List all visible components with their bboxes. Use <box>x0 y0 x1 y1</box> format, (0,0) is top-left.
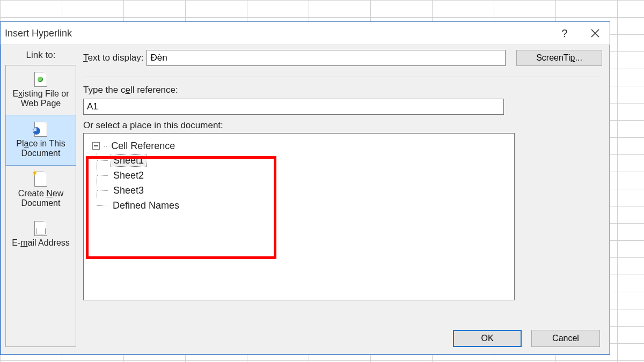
close-button[interactable] <box>590 28 603 38</box>
linkto-place-in-document[interactable]: Place in This Document <box>5 115 76 166</box>
tree-leaf-label: Sheet2 <box>111 170 146 181</box>
tree-connector: ·· <box>104 142 107 150</box>
cell-reference-label: Type the cell reference: <box>83 85 602 95</box>
tree-node-cell-reference[interactable]: ·· Cell Reference <box>92 139 506 153</box>
help-button[interactable]: ? <box>558 27 571 40</box>
dialog-title: Insert Hyperlink <box>5 28 72 39</box>
text-to-display-label: Text to display: <box>83 53 143 63</box>
linkto-item-label: E-mail Address <box>12 238 70 247</box>
tree-leaf-label: Sheet1 <box>111 155 146 166</box>
create-new-icon <box>34 172 47 187</box>
divider <box>83 77 602 77</box>
linkto-existing-file[interactable]: Existing File or Web Page <box>6 65 76 115</box>
dialog-titlebar: Insert Hyperlink ? <box>1 22 610 45</box>
place-in-doc-icon <box>34 122 47 137</box>
linkto-item-label: Create New Document <box>18 189 63 208</box>
tree-node-label: Cell Reference <box>111 141 175 152</box>
tree-leaf-label: Sheet3 <box>111 185 146 196</box>
existing-file-icon <box>34 72 47 87</box>
link-to-panel: Existing File or Web Page Place in This … <box>5 65 76 347</box>
insert-hyperlink-dialog: Insert Hyperlink ? Link to: Existing Fil… <box>0 21 610 355</box>
ok-button[interactable]: OK <box>453 330 522 347</box>
dialog-main: Text to display: ScreenTip... Type the c… <box>83 50 602 347</box>
cell-reference-input[interactable] <box>83 99 504 115</box>
text-to-display-input[interactable] <box>147 50 506 66</box>
tree-leaf-sheet2[interactable]: Sheet2 <box>97 168 506 183</box>
email-icon <box>34 221 47 236</box>
document-tree[interactable]: ·· Cell Reference Sheet1 Sheet2 <box>83 133 515 300</box>
tree-collapse-icon[interactable] <box>92 142 100 150</box>
select-place-label: Or select a place in this document: <box>83 120 602 131</box>
cancel-button[interactable]: Cancel <box>531 330 600 347</box>
linkto-item-label: Existing File or Web Page <box>13 89 69 108</box>
linkto-email[interactable]: E-mail Address <box>6 215 76 254</box>
tree-node-defined-names[interactable]: Defined Names <box>97 198 506 213</box>
screentip-button[interactable]: ScreenTip... <box>516 50 602 66</box>
linkto-create-new[interactable]: Create New Document <box>6 165 76 215</box>
tree-node-label: Defined Names <box>111 200 181 211</box>
link-to-column: Link to: Existing File or Web Page Place… <box>6 50 76 347</box>
link-to-label: Link to: <box>26 50 56 61</box>
linkto-item-label: Place in This Document <box>16 139 65 158</box>
close-icon <box>590 28 600 38</box>
tree-leaf-sheet1[interactable]: Sheet1 <box>97 153 506 168</box>
tree-leaf-sheet3[interactable]: Sheet3 <box>97 183 506 198</box>
